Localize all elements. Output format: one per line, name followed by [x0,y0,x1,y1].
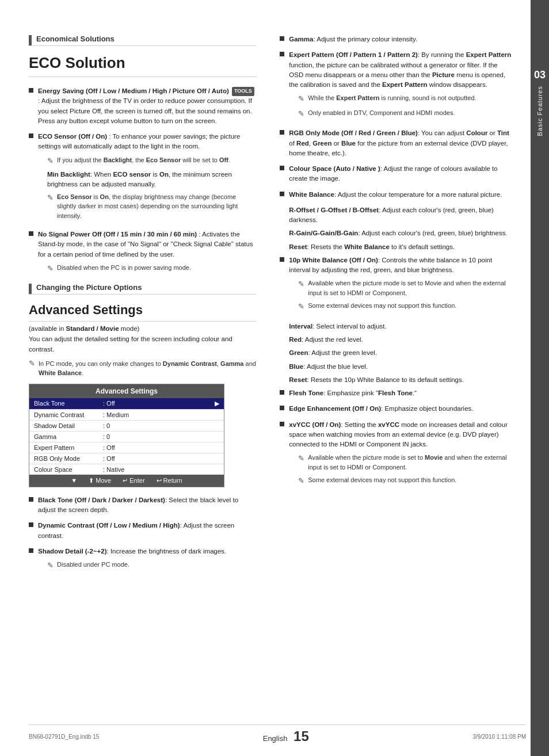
table-footer: ▼ ⬆ Move ↵ Enter ↩ Return [29,475,224,487]
pencil-icon: ✎ [298,278,304,290]
note-item: ✎ Some external devices may not support … [298,475,513,487]
footer-page-number: English 15 [263,728,309,744]
list-item: Flesh Tone: Emphasize pink "Flesh Tone." [280,388,513,398]
footer-move: ⬆ Move [89,477,111,484]
energy-saving-heading: Energy Saving (Off / Low / Medium / High… [38,87,229,94]
bullet-square [280,36,284,41]
bullet-square [29,133,33,138]
table-cell-value: : Off [103,444,210,451]
list-item: RGB Only Mode (Off / Red / Green / Blue)… [280,128,513,158]
no-signal-content: No Signal Power Off (Off / 15 min / 30 m… [38,230,257,277]
bullet-square [29,548,33,553]
section-header-bar [29,35,32,45]
red-text: Red: Adjust the red level. [289,335,513,345]
footer-down-arrow: ▼ [71,477,77,484]
page-footer: BN68-02791D_Eng.indb 15 English 15 3/9/2… [29,724,526,744]
list-item: Dynamic Contrast (Off / Low / Medium / H… [29,521,257,541]
table-cell-name: Shadow Detail [34,422,103,429]
r-offset-text: R-Offset / G-Offset / B-Offset: Adjust e… [289,205,513,226]
xvycc-content: xvYCC (Off / On): Setting the xvYCC mode… [289,420,513,490]
bullet-square [280,130,284,135]
list-item: xvYCC (Off / On): Setting the xvYCC mode… [280,420,513,490]
page-container: 03 Basic Features Economical Solutions E… [0,0,549,756]
table-row: Colour Space : Native [29,464,224,475]
pencil-icon: ✎ [47,560,54,571]
list-item: Black Tone (Off / Dark / Darker / Darkes… [29,495,257,516]
pencil-icon: ✎ [298,453,304,464]
gamma-content: Gamma: Adjust the primary colour intensi… [289,35,513,44]
bullet-square [280,166,284,170]
table-cell-name: Black Tone [34,400,103,407]
xvycc-note1: Available when the picture mode is set t… [308,453,513,472]
list-item: Shadow Detail (-2~+2): Increase the brig… [29,547,257,575]
section2-header: Changing the Picture Options [29,283,257,295]
footer-filename: BN68-02791D_Eng.indb 15 [29,734,99,740]
note-item: ✎ Eco Sensor is On, the display brightne… [47,192,257,221]
blue-text: Blue: Adjust the blue level. [289,362,513,372]
energy-saving-text: : Adjust the brightness of the TV in ord… [38,97,252,124]
list-item: White Balance: Adjust the colour tempera… [280,190,513,200]
note-item: ✎ Only enabled in DTV, Component and HDM… [298,108,513,120]
table-cell-name: RGB Only Mode [34,455,103,462]
advanced-subtitle-b: Standard / Movie [66,325,119,332]
eco-note1: If you adjust the Backlight, the Eco Sen… [57,155,230,165]
table-cell-name: Expert Pattern [34,444,103,451]
table-cell-name: Colour Space [34,466,103,473]
ten-wb-content: 10p White Balance (Off / On): Controls t… [289,255,513,316]
note-item: ✎ While the Expert Pattern is running, s… [298,93,513,105]
bullet-square [280,257,284,262]
sidebar-number: 03 [534,69,546,81]
reset-wb-text: Reset: Resets the White Balance to it's … [289,242,513,252]
ten-note2: Some external devices may not support th… [308,301,456,311]
footer-return: ↩ Return [157,477,182,484]
table-cell-value: : Native [103,466,210,473]
bullet-square [280,52,284,56]
main-content: Economical Solutions ECO Solution Energy… [0,0,531,756]
section2-title: Changing the Picture Options [36,283,142,294]
pencil-icon: ✎ [47,192,54,204]
table-cell-value: : Off [103,455,210,462]
eco-sensor-heading: ECO Sensor (Off / On) [38,133,107,140]
footer-page-label: English [263,734,288,743]
dynamic-contrast-content: Dynamic Contrast (Off / Low / Medium / H… [38,521,257,541]
colour-space-content: Colour Space (Auto / Native ): Adjust th… [289,164,513,184]
table-cell-value: : 0 [103,433,210,440]
expert-note2: Only enabled in DTV, Component and HDMI … [308,108,455,118]
xvycc-note2: Some external devices may not support th… [308,475,456,485]
table-cell-name: Gamma [34,433,103,440]
interval-text: Interval: Select interval to adjust. [289,322,513,331]
rgb-content: RGB Only Mode (Off / Red / Green / Blue)… [289,128,513,158]
list-item: 10p White Balance (Off / On): Controls t… [280,255,513,316]
expert-note1: While the Expert Pattern is running, sou… [308,93,476,103]
energy-saving-content: Energy Saving (Off / Low / Medium / High… [38,86,257,126]
sidebar: 03 Basic Features [531,0,549,756]
tools-badge: TOOLS [232,87,254,96]
white-balance-content: White Balance: Adjust the colour tempera… [289,190,513,200]
list-item: ECO Sensor (Off / On) : To enhance your … [29,132,257,224]
bullet-square [280,406,284,410]
advanced-title: Advanced Settings [29,303,257,322]
footer-enter: ↵ Enter [123,477,144,484]
bullet-square [29,497,33,502]
note-item: ✎ Available when the picture mode is set… [298,453,513,472]
footer-datetime: 3/9/2010 1:11:08 PM [472,734,526,740]
table-cell-value: : Medium [103,411,210,418]
bottom-bullet-list: Black Tone (Off / Dark / Darker / Darkes… [29,495,257,575]
table-row: RGB Only Mode : Off [29,453,224,464]
note-item: ✎ In PC mode, you can only make changes … [29,359,257,378]
eco-sensor-content: ECO Sensor (Off / On) : To enhance your … [38,132,257,224]
section1-title: Economical Solutions [36,35,115,45]
list-item: Expert Pattern (Off / Pattern 1 / Patter… [280,50,513,123]
left-column: Economical Solutions ECO Solution Energy… [29,35,274,721]
pencil-icon: ✎ [47,263,54,274]
no-signal-heading: No Signal Power Off (Off / 15 min / 30 m… [38,231,197,238]
table-cell-name: Dynamic Contrast [34,411,103,418]
table-cell-value: : 0 [103,422,210,429]
sidebar-text: Basic Features [536,86,543,136]
table-row: Dynamic Contrast : Medium [29,410,224,421]
advanced-note: In PC mode, you can only make changes to… [39,359,257,378]
note-item: ✎ If you adjust the Backlight, the Eco S… [47,155,257,167]
section1-header: Economical Solutions [29,35,257,46]
table-row: Black Tone : Off ▶ [29,398,224,410]
shadow-note: Disabled under PC mode. [57,560,129,570]
